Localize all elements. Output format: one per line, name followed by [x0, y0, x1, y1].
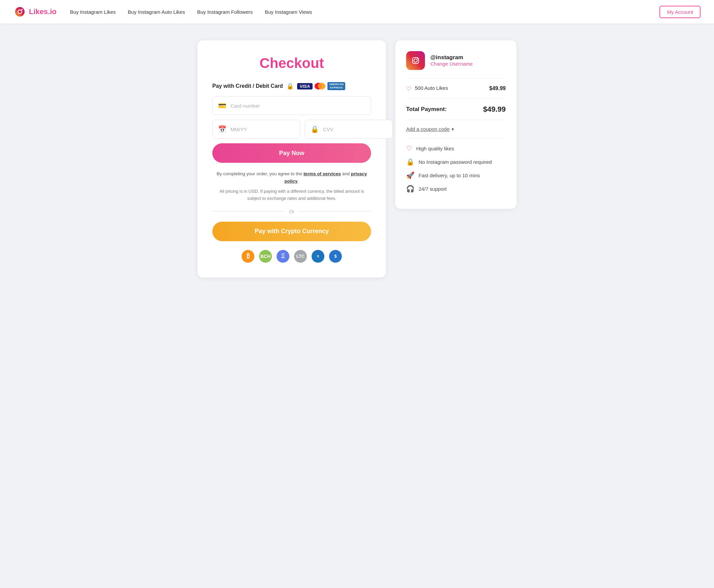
instagram-logo [406, 51, 425, 70]
expiry-cvv-row: 📅 🔒 [212, 120, 371, 139]
coupon-text: Add a coupon code [406, 126, 449, 132]
main-content: Checkout Pay with Credit / Debit Card 🔒 … [0, 24, 714, 294]
bitcoin-cash-icon: BCH [259, 250, 272, 263]
order-item: ♡ 500 Auto Likes $49.99 [406, 84, 506, 92]
expiry-input[interactable] [230, 126, 294, 132]
divider-2 [406, 99, 506, 99]
expiry-field[interactable]: 📅 [212, 120, 300, 139]
ig-user: @instagram Change Username [406, 51, 506, 70]
ig-info: @instagram Change Username [430, 54, 473, 67]
heart-icon: ♡ [406, 85, 412, 92]
crypto-icons: ₿ BCH Ξ LTC ≡ $ [212, 250, 371, 263]
payment-method-label: Pay with Credit / Debit Card [212, 83, 283, 89]
rocket-feature-icon: 🚀 [406, 171, 415, 179]
litecoin-icon: LTC [294, 250, 307, 263]
or-divider: Or [212, 209, 371, 214]
order-item-left: ♡ 500 Auto Likes [406, 84, 448, 92]
feature-password-text: No Instagram password required [419, 159, 492, 165]
pay-now-button[interactable]: Pay Now [212, 143, 371, 163]
item-price: $49.99 [489, 85, 506, 91]
my-account-button[interactable]: My Account [659, 6, 700, 18]
total-label: Total Payment: [406, 106, 447, 113]
dash-icon: ≡ [312, 250, 324, 263]
username: @instagram [430, 54, 473, 61]
feature-quality: ♡ High quality likes [406, 144, 506, 152]
support-feature-icon: 🎧 [406, 185, 415, 193]
feature-password: 🔒 No Instagram password required [406, 158, 506, 166]
card-number-input[interactable] [230, 103, 365, 109]
item-name: 500 Auto Likes [415, 84, 448, 91]
payment-method-header: Pay with Credit / Debit Card 🔒 VISA AMER… [212, 82, 371, 90]
nav-buy-auto-likes[interactable]: Buy Instagram Auto Likes [128, 9, 185, 15]
credit-card-icon: 💳 [218, 102, 227, 110]
nav-links: Buy Instagram Likes Buy Instagram Auto L… [70, 9, 660, 15]
nav-buy-views[interactable]: Buy Instagram Views [265, 9, 312, 15]
checkout-title: Checkout [212, 55, 371, 71]
divider-4 [406, 138, 506, 138]
feature-support: 🎧 24/7 support [406, 185, 506, 193]
feature-delivery: 🚀 Fast delivery, up to 10 mins [406, 171, 506, 179]
pricing-note: All pricing is in USD. If paying with a … [212, 188, 371, 202]
amex-logo: AMERICANEXPRESS [328, 82, 345, 90]
divider-3 [406, 120, 506, 120]
bitcoin-icon: ₿ [241, 250, 254, 263]
terms-text: By completing your order, you agree to t… [212, 170, 371, 185]
lock-feature-icon: 🔒 [406, 158, 415, 166]
terms-link[interactable]: terms of services [303, 171, 341, 176]
logo-icon [14, 5, 26, 18]
pay-crypto-button[interactable]: Pay with Crypto Currency [212, 222, 371, 241]
summary-card: @instagram Change Username ♡ 500 Auto Li… [395, 40, 517, 209]
total-row: Total Payment: $49.99 [406, 105, 506, 114]
coupon-row[interactable]: Add a coupon code ▾ [406, 126, 506, 132]
svg-point-4 [414, 59, 417, 62]
heart-feature-icon: ♡ [406, 144, 412, 152]
svg-point-2 [22, 9, 23, 10]
logo[interactable]: Likes.io [14, 5, 57, 18]
cvv-input[interactable] [323, 126, 387, 132]
svg-rect-3 [410, 55, 421, 66]
usdc-icon: $ [329, 250, 342, 263]
chevron-down-icon: ▾ [451, 126, 454, 132]
ethereum-icon: Ξ [277, 250, 289, 263]
logo-text: Likes.io [29, 7, 57, 16]
divider-1 [406, 78, 506, 78]
nav-buy-followers[interactable]: Buy Instagram Followers [197, 9, 253, 15]
feature-delivery-text: Fast delivery, up to 10 mins [419, 172, 480, 178]
navbar: Likes.io Buy Instagram Likes Buy Instagr… [0, 0, 714, 24]
card-number-field[interactable]: 💳 [212, 96, 371, 115]
cvv-lock-icon: 🔒 [311, 125, 319, 133]
mastercard-logo [314, 82, 326, 90]
total-price: $49.99 [483, 105, 506, 114]
nav-buy-likes[interactable]: Buy Instagram Likes [70, 9, 116, 15]
calendar-icon: 📅 [218, 125, 227, 133]
change-username-link[interactable]: Change Username [430, 61, 473, 67]
visa-logo: VISA [297, 83, 313, 89]
checkout-card: Checkout Pay with Credit / Debit Card 🔒 … [197, 40, 386, 277]
feature-support-text: 24/7 support [419, 186, 446, 192]
feature-quality-text: High quality likes [416, 146, 454, 151]
cvv-field[interactable]: 🔒 [305, 120, 393, 139]
lock-icon: 🔒 [286, 82, 294, 90]
card-logos: VISA AMERICANEXPRESS [297, 82, 345, 90]
